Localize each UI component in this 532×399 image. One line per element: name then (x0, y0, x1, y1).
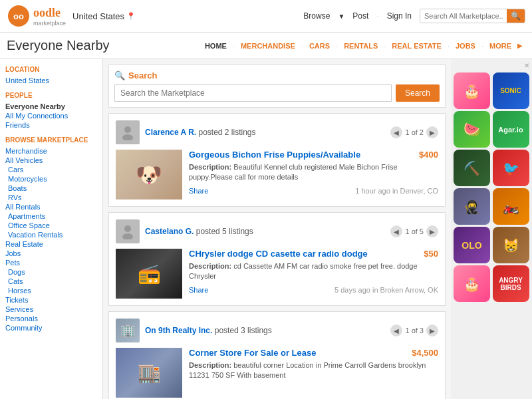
sidebar-horses[interactable]: Horses (5, 286, 97, 295)
sidebar-all-connections[interactable]: All My Connections (5, 111, 97, 120)
sidebar-all-vehicles[interactable]: All Vehicles (5, 156, 97, 165)
next-btn-1[interactable]: ▶ (426, 225, 438, 237)
top-nav-sep-2: · (299, 42, 306, 50)
ad-cell-10[interactable]: 🎂 (454, 265, 490, 302)
sidebar-merchandise[interactable]: Merchandise (5, 146, 97, 156)
sidebar-pets[interactable]: Pets (5, 258, 97, 267)
sidebar-cars[interactable]: Cars (5, 165, 97, 174)
location-name: United States (72, 11, 124, 21)
sidebar-everyone-nearby[interactable]: Everyone Nearby (5, 102, 97, 111)
page-text-2: 1 of 3 (405, 327, 424, 334)
sidebar-cats[interactable]: Cats (5, 277, 97, 286)
user-info-2: On 9th Realty Inc. posted 3 listings (145, 326, 385, 335)
top-nav-home[interactable]: HOME (201, 42, 230, 50)
logo-subtitle: marketplace (33, 20, 66, 27)
svg-point-4 (124, 225, 131, 232)
sidebar-friends[interactable]: Friends (5, 120, 97, 130)
sidebar-boats[interactable]: Boats (5, 184, 97, 193)
sidebar-personals[interactable]: Personals (5, 314, 97, 323)
sidebar-tickets[interactable]: Tickets (5, 295, 97, 305)
user-name-link-1[interactable]: Castelano G. (145, 227, 194, 236)
header-search-button[interactable]: 🔍 (507, 9, 525, 23)
top-nav-rentals[interactable]: RENTALS (340, 42, 381, 50)
search-button[interactable]: Search (396, 84, 440, 102)
item-title-link-0[interactable]: Gorgeous Bichon Frise Puppies/Available (189, 150, 360, 160)
location-pin-icon: 📍 (126, 12, 136, 21)
top-nav-sep-4: · (381, 42, 388, 50)
sidebar-motorcycles[interactable]: Motorcycles (5, 174, 97, 184)
logo-area: oo oodle marketplace (7, 4, 66, 28)
sidebar-browse-title: BROWSE MARKETPLACE (5, 136, 97, 144)
sidebar-real-estate[interactable]: Real Estate (5, 239, 97, 249)
ad-cell-9[interactable]: 😸 (493, 227, 529, 263)
top-nav-sep-1: · (230, 42, 237, 50)
sign-in-link[interactable]: Sign In (387, 11, 412, 21)
ad-cell-0[interactable]: 🎂 (454, 72, 490, 109)
share-link-0[interactable]: Share (189, 187, 208, 195)
next-btn-0[interactable]: ▶ (426, 126, 438, 138)
item-listing-0: 🐶 Gorgeous Bichon Frise Puppies/Availabl… (116, 150, 438, 200)
ad-cell-8[interactable]: OLO (454, 227, 490, 263)
ad-close-btn[interactable]: ✕ (454, 62, 529, 69)
sidebar-people-title: PEOPLE (5, 92, 97, 99)
time-location-0: 1 hour ago in Denver, CO (355, 187, 438, 195)
sidebar-office-space[interactable]: Office Space (5, 221, 97, 230)
svg-point-3 (122, 134, 133, 140)
prev-btn-2[interactable]: ◀ (390, 325, 402, 336)
top-nav-sep-6: · (479, 42, 486, 50)
item-title-link-1[interactable]: CHrysler dodge CD casette car radio dodg… (189, 249, 368, 259)
ad-cell-3[interactable]: Agar.io (493, 111, 529, 148)
user-name-link-2[interactable]: On 9th Realty Inc. (145, 326, 212, 335)
avatar-1 (116, 219, 140, 243)
ad-cell-11[interactable]: ANGRY BIRDS (493, 265, 529, 302)
user-block-1: Castelano G. posted 5 listings ◀ 1 of 5 … (108, 212, 446, 306)
top-nav-cars[interactable]: CARS (306, 42, 333, 50)
ad-cell-6[interactable]: 🥷 (454, 188, 490, 225)
search-box-header: 🔍 Search (114, 70, 440, 80)
top-nav-real-estate[interactable]: REAL ESTATE (388, 42, 445, 50)
time-location-1: 5 days ago in Broken Arrow, OK (334, 286, 438, 294)
item-listing-1: 📻 CHrysler dodge CD casette car radio do… (116, 249, 438, 299)
user-header-1: Castelano G. posted 5 listings ◀ 1 of 5 … (116, 219, 438, 243)
top-nav: HOME · MERCHANDISE · CARS · RENTALS · RE… (201, 42, 525, 50)
sidebar-community[interactable]: Community (5, 323, 97, 332)
sidebar-rvs[interactable]: RVs (5, 193, 97, 202)
page-title-bar: Everyone Nearby HOME · MERCHANDISE · CAR… (0, 33, 532, 59)
ad-cell-4[interactable]: ⛏️ (454, 150, 490, 186)
sidebar-dogs[interactable]: Dogs (5, 267, 97, 277)
top-nav-jobs[interactable]: JOBS (452, 42, 479, 50)
sidebar: LOCATION United States PEOPLE Everyone N… (0, 59, 103, 399)
share-link-1[interactable]: Share (189, 286, 208, 294)
search-input[interactable] (114, 84, 392, 102)
ad-cell-7[interactable]: 🏍️ (493, 188, 529, 225)
item-title-link-2[interactable]: Corner Store For Sale or Lease (189, 348, 316, 358)
sidebar-jobs[interactable]: Jobs (5, 249, 97, 258)
post-link[interactable]: Post (352, 11, 368, 21)
sidebar-vacation-rentals[interactable]: Vacation Rentals (5, 230, 97, 239)
pagination-1: ◀ 1 of 5 ▶ (390, 225, 438, 237)
main-area: LOCATION United States PEOPLE Everyone N… (0, 59, 532, 399)
prev-btn-0[interactable]: ◀ (390, 126, 402, 138)
svg-point-2 (124, 126, 131, 133)
top-nav-more[interactable]: MORE (486, 42, 515, 50)
ad-cell-1[interactable]: SONIC (493, 72, 529, 109)
location-display: United States 📍 (72, 11, 136, 21)
ad-cell-5[interactable]: 🐦 (493, 150, 529, 186)
sidebar-services[interactable]: Services (5, 305, 97, 314)
item-listing-2: 🏬 Corner Store For Sale or Lease $4,500 … (116, 348, 438, 398)
user-name-link-0[interactable]: Clarence A R. (145, 128, 196, 137)
item-desc-2: Description: beautiful corner Location i… (189, 360, 438, 381)
sidebar-all-rentals[interactable]: All Rentals (5, 202, 97, 211)
next-btn-2[interactable]: ▶ (426, 325, 438, 336)
user-post-text-0: posted 2 listings (198, 128, 255, 137)
header-search-input[interactable] (420, 10, 507, 22)
browse-link[interactable]: Browse (303, 11, 330, 21)
item-desc-1: Description: cd Cassette AM FM car radio… (189, 261, 438, 282)
top-nav-merchandise[interactable]: MERCHANDISE (237, 42, 299, 50)
pagination-2: ◀ 1 of 3 ▶ (390, 325, 438, 336)
item-image-0: 🐶 (116, 150, 182, 200)
sidebar-apartments[interactable]: Apartments (5, 211, 97, 221)
prev-btn-1[interactable]: ◀ (390, 225, 402, 237)
sidebar-location-link[interactable]: United States (5, 76, 97, 85)
ad-cell-2[interactable]: 🍉 (454, 111, 490, 148)
